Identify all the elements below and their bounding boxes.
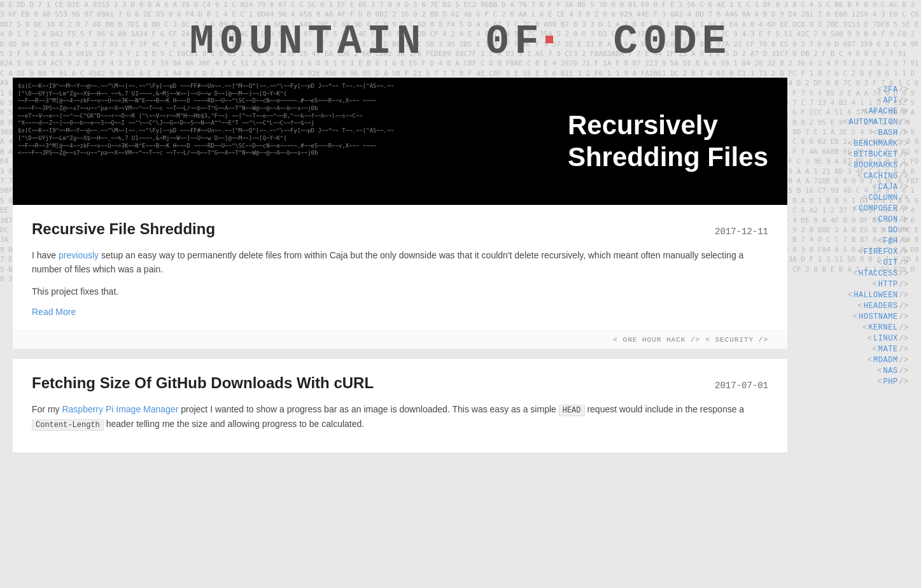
featured-image-code-bg: $s(C~~K~~I9^~~M~~Y~~@~~.~~^\M~~[~~.~~^\F… xyxy=(13,78,400,205)
code-head: HEAD xyxy=(559,405,585,416)
nav-angle-open: < xyxy=(857,172,862,181)
nav-link-benchmark[interactable]: BENCHMARK xyxy=(854,139,897,148)
post-tag-security: SECURITY xyxy=(705,336,768,344)
nav-angle-open: < xyxy=(877,85,882,94)
nav-angle-open: < xyxy=(873,280,877,289)
nav-angle-open: < xyxy=(848,150,852,159)
post-header-2: Fetching Size Of GitHub Downloads With c… xyxy=(32,374,768,392)
nav-angle-open: < xyxy=(862,193,867,202)
nav-angle-open: < xyxy=(843,118,847,127)
post-date-2: 2017-07-01 xyxy=(715,381,768,391)
nav-link-bash[interactable]: BASH xyxy=(878,129,898,137)
nav-link-f@h[interactable]: F@H xyxy=(883,237,897,246)
nav-angle-open: < xyxy=(853,204,857,213)
post-excerpt-extra: This project fixes that. xyxy=(32,284,768,298)
featured-image-line2: Shredding Files xyxy=(568,141,768,173)
nav-suffix: /> xyxy=(899,367,908,375)
post-title: Recursive File Shredding xyxy=(32,220,215,238)
nav-link-kernel[interactable]: KERNEL xyxy=(868,323,897,332)
featured-image-text: Recursively Shredding Files xyxy=(568,109,768,174)
nav-link-column[interactable]: COLUMN xyxy=(868,193,897,202)
nav-angle-open: < xyxy=(848,291,852,300)
nav-link-bitbucket[interactable]: BITBUCKET xyxy=(854,150,897,159)
nav-suffix: /> xyxy=(899,345,908,354)
nav-suffix: /> xyxy=(899,323,908,332)
sidebar-item-dd: < DD /> xyxy=(800,225,908,235)
nav-angle-open: < xyxy=(857,302,862,311)
nav-angle-open: < xyxy=(853,269,857,278)
sidebar-item-php: < PHP /> xyxy=(800,376,908,387)
nav-suffix: /> xyxy=(899,172,908,181)
nav-suffix: /> xyxy=(899,280,908,289)
post-card-github-downloads: Fetching Size Of GitHub Downloads With c… xyxy=(13,359,787,452)
sidebar: < 2FA />< API />< APACHE />< AUTOMATION … xyxy=(800,78,908,463)
sidebar-item-apache: < APACHE /> xyxy=(800,106,908,116)
nav-suffix: /> xyxy=(899,118,908,127)
nav-suffix: /> xyxy=(899,312,908,321)
sidebar-item-bookmarks: < BOOKMARKS /> xyxy=(800,160,908,171)
nav-suffix: /> xyxy=(899,150,908,159)
nav-angle-open: < xyxy=(877,237,882,246)
sidebar-item-fath: < F@H /> xyxy=(800,235,908,246)
sidebar-item-benchmark: < BENCHMARK /> xyxy=(800,138,908,149)
nav-suffix: /> xyxy=(899,96,908,105)
nav-link-2fa[interactable]: 2FA xyxy=(883,85,897,94)
sidebar-item-api: < API /> xyxy=(800,95,908,106)
nav-suffix: /> xyxy=(899,107,908,116)
nav-link-firefox[interactable]: FIREFOX xyxy=(864,248,898,256)
nav-link-bookmarks[interactable]: BOOKMARKS xyxy=(854,161,897,170)
nav-link-mdadm[interactable]: MDADM xyxy=(873,356,898,365)
title-dot xyxy=(545,36,553,43)
nav-suffix: /> xyxy=(899,377,908,386)
raspberry-pi-link[interactable]: Raspberry Pi Image Manager xyxy=(62,404,178,414)
previously-link[interactable]: previously xyxy=(59,250,99,260)
sidebar-item-mate: < MATE /> xyxy=(800,344,908,354)
nav-angle-open: < xyxy=(873,129,877,137)
nav-link-caja[interactable]: CAJA xyxy=(878,183,898,192)
nav-suffix: /> xyxy=(899,139,908,148)
sidebar-item-cron: < CRON /> xyxy=(800,214,908,225)
nav-angle-open: < xyxy=(868,356,872,365)
nav-angle-open: < xyxy=(873,215,877,224)
nav-link-cron[interactable]: CRON xyxy=(878,215,898,224)
nav-angle-open: < xyxy=(868,334,872,343)
nav-link-automation[interactable]: AUTOMATION xyxy=(849,118,898,127)
nav-suffix: /> xyxy=(899,248,908,256)
read-more-link-1[interactable]: Read More xyxy=(32,307,76,317)
nav-suffix: /> xyxy=(899,183,908,192)
nav-angle-open: < xyxy=(882,226,887,235)
nav-link-api[interactable]: API xyxy=(883,96,897,105)
nav-link-dd[interactable]: DD xyxy=(888,226,897,235)
nav-link-caching[interactable]: CACHING xyxy=(864,172,898,181)
nav-link-git[interactable]: GIT xyxy=(883,258,897,267)
sidebar-item-mdadm: < MDADM /> xyxy=(800,354,908,365)
nav-angle-open: < xyxy=(877,377,882,386)
nav-link-composer[interactable]: COMPOSER xyxy=(859,204,898,213)
nav-link-htaccess[interactable]: HTACCESS xyxy=(859,269,898,278)
nav-link-nas[interactable]: NAS xyxy=(883,367,897,375)
nav-link-hostname[interactable]: HOSTNAME xyxy=(859,312,898,321)
sidebar-item-automation: < AUTOMATION /> xyxy=(800,116,908,127)
nav-suffix: /> xyxy=(899,129,908,137)
sidebar-item-caja: < CAJA /> xyxy=(800,181,908,192)
nav-suffix: /> xyxy=(899,269,908,278)
nav-link-apache[interactable]: APACHE xyxy=(868,107,897,116)
content-area: $s(C~~K~~I9^~~M~~Y~~@~~.~~^\M~~[~~.~~^\F… xyxy=(13,78,787,463)
nav-suffix: /> xyxy=(899,161,908,170)
post-excerpt-2: For my Raspberry Pi Image Manager projec… xyxy=(32,402,768,431)
sidebar-item-linux: < LINUX /> xyxy=(800,333,908,344)
nav-link-mate[interactable]: MATE xyxy=(878,345,898,354)
nav-link-headers[interactable]: HEADERS xyxy=(864,302,898,311)
nav-link-php[interactable]: PHP xyxy=(883,377,897,386)
post-card-recursive-shredding: $s(C~~K~~I9^~~M~~Y~~@~~.~~^\M~~[~~.~~^\F… xyxy=(13,78,787,349)
nav-link-linux[interactable]: LINUX xyxy=(873,334,898,343)
nav-angle-open: < xyxy=(862,107,867,116)
nav-link-halloween[interactable]: HALLOWEEN xyxy=(854,291,897,300)
nav-angle-open: < xyxy=(862,323,867,332)
nav-suffix: /> xyxy=(899,215,908,224)
nav-suffix: /> xyxy=(899,334,908,343)
sidebar-item-http: < HTTP /> xyxy=(800,279,908,290)
nav-suffix: /> xyxy=(899,226,908,235)
sidebar-item-htaccess: < HTACCESS /> xyxy=(800,268,908,279)
nav-link-http[interactable]: HTTP xyxy=(878,280,898,289)
